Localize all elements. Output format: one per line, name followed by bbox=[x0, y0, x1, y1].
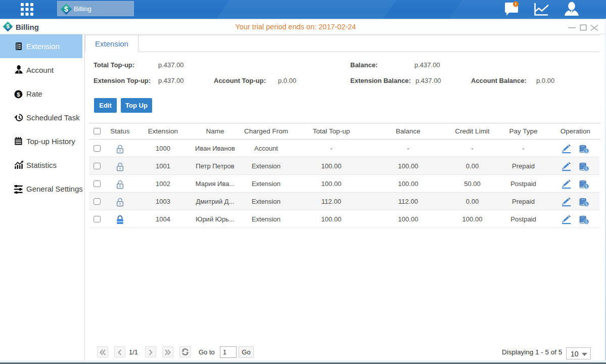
svg-text:$: $ bbox=[585, 202, 588, 207]
svg-text:$: $ bbox=[585, 184, 588, 189]
svg-text:$: $ bbox=[17, 92, 20, 98]
svg-text:$: $ bbox=[585, 166, 588, 171]
svg-text:$: $ bbox=[585, 219, 588, 224]
svg-text:$: $ bbox=[585, 149, 588, 154]
svg-text:$: $ bbox=[64, 5, 68, 13]
svg-text:!: ! bbox=[515, 2, 517, 7]
